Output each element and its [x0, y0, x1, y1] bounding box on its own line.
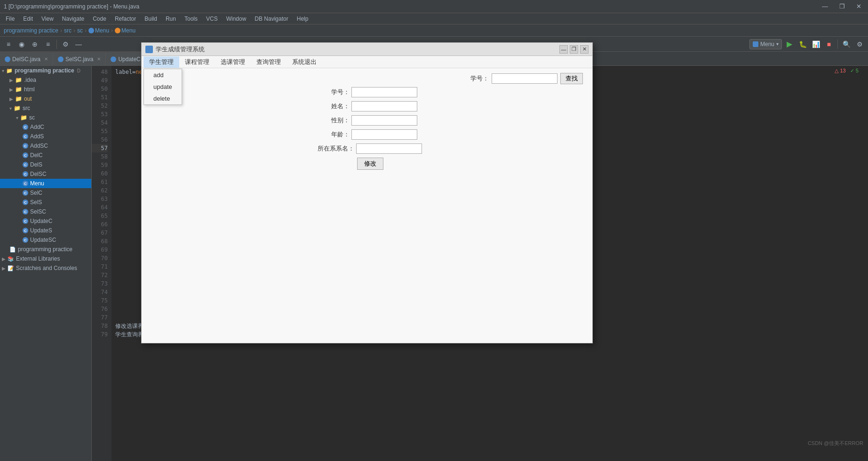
menu-window[interactable]: Window	[223, 15, 250, 23]
form-input-ximing[interactable]	[356, 143, 422, 154]
menu-refactor[interactable]: Refactor	[111, 15, 140, 23]
menu-dbnavigator[interactable]: DB Navigator	[251, 15, 292, 23]
sidebar-practice-file[interactable]: 📄 programming practice	[0, 245, 91, 254]
breadcrumb-menu[interactable]: Menu	[95, 27, 109, 34]
java-icon-SelC: C	[23, 190, 28, 196]
form-input-nianling[interactable]	[351, 129, 417, 140]
sidebar-DelSC[interactable]: C DelSC	[0, 169, 91, 179]
line-64: 64	[92, 203, 108, 212]
maximize-button[interactable]: ❐	[836, 2, 848, 11]
dialog-close-btn[interactable]: ✕	[580, 45, 589, 54]
dialog-menu-query[interactable]: 查询管理	[251, 56, 287, 68]
form-input-xingbie[interactable]	[351, 115, 417, 126]
sidebar-UpdateC[interactable]: C UpdateC	[0, 216, 91, 226]
java-icon-SelS: C	[23, 199, 28, 205]
dialog-menu-student[interactable]: 学生管理 add update delete	[143, 56, 179, 68]
coverage-button[interactable]: 📊	[810, 39, 821, 50]
sidebar-UpdateS[interactable]: C UpdateS	[0, 226, 91, 235]
submenu-add[interactable]: add	[144, 69, 182, 81]
sidebar-DelC[interactable]: C DelC	[0, 151, 91, 160]
form-label-nianling: 年龄：	[312, 130, 350, 139]
dialog-menu-exit[interactable]: 系统退出	[287, 56, 322, 68]
submenu-update[interactable]: update	[144, 81, 182, 93]
sidebar-project-root[interactable]: ▾ 📁 programming practice D	[0, 66, 91, 75]
sidebar-Menu[interactable]: C Menu	[0, 179, 91, 188]
expand-idea-icon: ▶	[9, 78, 13, 83]
sidebar-out[interactable]: ▶ 📁 out	[0, 94, 91, 103]
breadcrumb-menu2[interactable]: Menu	[121, 27, 135, 34]
menu-vcs[interactable]: VCS	[202, 15, 222, 23]
toolbar-add-btn[interactable]: ◉	[16, 39, 27, 50]
sidebar-DelC-label: DelC	[30, 152, 43, 159]
line-63: 63	[92, 195, 108, 203]
menu-navigate[interactable]: Navigate	[58, 15, 88, 23]
modify-button[interactable]: 修改	[357, 158, 383, 170]
tab-selSC[interactable]: SelSC.java ✕	[53, 52, 106, 65]
toolbar-settings-btn[interactable]: ⚙	[60, 39, 71, 50]
toolbar-minus-btn[interactable]: —	[73, 39, 84, 50]
form-input-xingming[interactable]	[351, 101, 417, 111]
settings-gear-button[interactable]: ⚙	[854, 39, 865, 50]
java-icon-DelS: C	[23, 162, 28, 167]
toolbar-sync-btn[interactable]: ⊕	[29, 39, 40, 50]
sidebar-SelS[interactable]: C SelS	[0, 198, 91, 207]
menu-run[interactable]: Run	[162, 15, 180, 23]
breadcrumb-menu2-group: Menu	[115, 27, 135, 34]
breadcrumb-sc[interactable]: sc	[77, 27, 83, 34]
sidebar-AddS-label: AddS	[30, 133, 44, 140]
run-config-label: Menu	[760, 41, 774, 48]
java-icon-AddSC: C	[23, 143, 28, 149]
window-title: 1 [D:\programming\programming practice] …	[4, 3, 139, 10]
sidebar-html[interactable]: ▶ 📁 html	[0, 85, 91, 94]
java-icon-UpdateS: C	[23, 228, 28, 233]
student-management-dialog[interactable]: 学生成绩管理系统 — ❐ ✕ 学生管理 add update delete 课程…	[141, 42, 593, 343]
warning-count: ✓ 5	[850, 68, 859, 73]
dialog-menu-course[interactable]: 课程管理	[179, 56, 215, 68]
dialog-menu-select-course[interactable]: 选课管理	[215, 56, 251, 68]
sidebar-AddC[interactable]: C AddC	[0, 122, 91, 132]
search-button[interactable]: 查找	[560, 73, 583, 84]
line-74: 74	[92, 288, 108, 296]
menu-view[interactable]: View	[38, 15, 57, 23]
dialog-maximize-btn[interactable]: ❐	[570, 45, 578, 54]
toolbar-project-btn[interactable]: ≡	[3, 39, 14, 50]
toolbar-config-btn[interactable]: ≡	[42, 39, 54, 50]
menu-tools[interactable]: Tools	[181, 15, 201, 23]
line-79: 79	[92, 330, 108, 339]
menu-code[interactable]: Code	[89, 15, 110, 23]
menu-help[interactable]: Help	[293, 15, 312, 23]
sidebar-DelS[interactable]: C DelS	[0, 160, 91, 169]
error-badge: △ 13 ✓ 5	[835, 68, 859, 74]
sidebar-UpdateC-label: UpdateC	[30, 218, 52, 224]
menu-edit[interactable]: Edit	[19, 15, 37, 23]
dialog-minimize-btn[interactable]: —	[559, 45, 568, 54]
breadcrumb-project[interactable]: programming practice	[4, 27, 58, 34]
sidebar-AddSC[interactable]: C AddSC	[0, 141, 91, 151]
sidebar-scratches[interactable]: ▶ 📝 Scratches and Consoles	[0, 263, 91, 273]
run-button[interactable]: ▶	[784, 39, 795, 50]
submenu-delete[interactable]: delete	[144, 93, 182, 104]
tab-close-selSC[interactable]: ✕	[97, 56, 101, 62]
java-icon-UpdateSC: C	[23, 237, 28, 243]
sidebar-SelC[interactable]: C SelC	[0, 188, 91, 198]
form-row-xuehao: 学号：	[312, 87, 422, 97]
sidebar-AddS[interactable]: C AddS	[0, 132, 91, 141]
form-input-xuehao[interactable]	[351, 87, 417, 97]
menu-file[interactable]: File	[2, 15, 18, 23]
close-button[interactable]: ✕	[853, 2, 864, 11]
sidebar-src[interactable]: ▾ 📁 src	[0, 103, 91, 113]
sidebar-external-libs[interactable]: ▶ 📚 External Libraries	[0, 254, 91, 263]
tab-delsC[interactable]: DelSC.java ✕	[0, 52, 53, 65]
sidebar-idea[interactable]: ▶ 📁 .idea	[0, 75, 91, 85]
menu-build[interactable]: Build	[141, 15, 161, 23]
search-input[interactable]	[492, 73, 557, 84]
breadcrumb-src[interactable]: src	[64, 27, 72, 34]
sidebar-UpdateSC[interactable]: C UpdateSC	[0, 235, 91, 245]
stop-button[interactable]: ■	[823, 39, 835, 50]
debug-button[interactable]: 🐛	[797, 39, 808, 50]
sidebar-sc[interactable]: ▾ 📁 sc	[0, 113, 91, 122]
tab-close-delsC[interactable]: ✕	[44, 56, 48, 62]
minimize-button[interactable]: —	[819, 2, 831, 11]
sidebar-SelSC[interactable]: C SelSC	[0, 207, 91, 216]
search-everywhere-button[interactable]: 🔍	[841, 39, 852, 50]
